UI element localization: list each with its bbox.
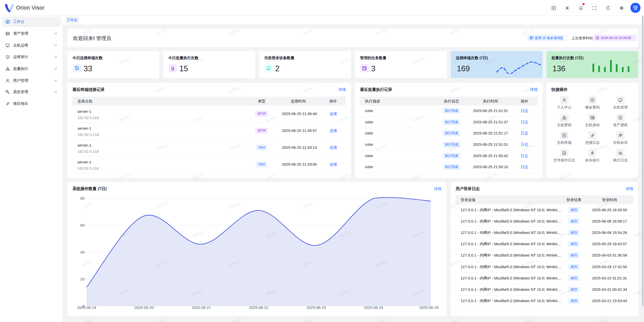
svg-text:2025-06-19: 2025-06-19	[77, 305, 96, 310]
svg-text:40: 40	[80, 250, 85, 254]
svg-text:20: 20	[80, 277, 85, 281]
svg-text:2025-06-24: 2025-06-24	[364, 305, 383, 310]
svg-text:2025-06-23: 2025-06-23	[307, 305, 326, 310]
svg-text:2025-06-22: 2025-06-22	[249, 305, 268, 310]
svg-text:2025-06-21: 2025-06-21	[192, 305, 211, 310]
svg-text:60: 60	[80, 223, 85, 227]
svg-text:2025-06-25: 2025-06-25	[419, 305, 439, 310]
svg-text:2025-06-20: 2025-06-20	[134, 305, 154, 310]
svg-text:80: 80	[80, 196, 85, 200]
